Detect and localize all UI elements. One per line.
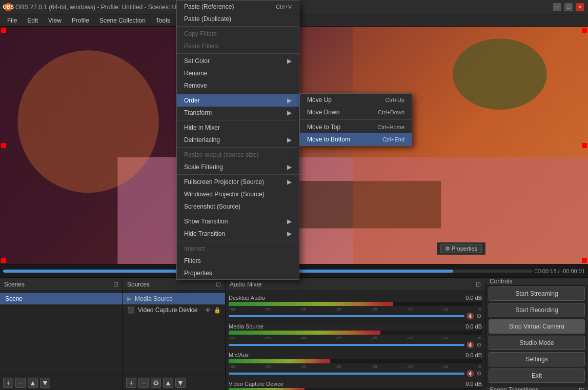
track-name-4: Video Capture Device: [229, 381, 283, 387]
audio-settings-1[interactable]: ⚙: [476, 313, 482, 320]
start-streaming-button[interactable]: Start Streaming: [489, 286, 585, 301]
source-add-button[interactable]: +: [126, 378, 136, 388]
close-button[interactable]: ✕: [576, 3, 584, 11]
mute-button-1[interactable]: 🔇: [467, 313, 474, 320]
track-name-3: Mic/Aux: [229, 352, 249, 358]
maximize-button[interactable]: □: [564, 3, 573, 11]
ctx-resize-output: Resize output (source size): [177, 149, 299, 161]
audio-meter-1: [229, 302, 482, 306]
exit-button[interactable]: Exit: [489, 368, 585, 383]
ctx-transform[interactable]: Transform ▶: [177, 107, 299, 119]
ctx-sep-2: [177, 53, 299, 54]
audio-title: Audio Mixer: [230, 281, 262, 288]
stop-virtual-camera-button[interactable]: Stop Virtual Camera: [489, 319, 585, 334]
properties-button[interactable]: ⚙ Properties: [440, 244, 482, 253]
controls-title: Controls: [490, 278, 513, 285]
menu-item-file[interactable]: File: [2, 14, 22, 26]
scene-add-button[interactable]: +: [3, 378, 13, 388]
ctx-fullscreen-projector[interactable]: Fullscreen Projector (Source) ▶: [177, 176, 299, 188]
menu-item-scene-collection[interactable]: Scene Collection: [94, 14, 151, 26]
audio-labels-3: -60-55-45-35-25-15-10-5: [229, 364, 482, 369]
settings-button[interactable]: Settings: [489, 352, 585, 366]
scene-transitions-expand[interactable]: ⊡: [579, 386, 584, 390]
ctx-windowed-projector[interactable]: Windowed Projector (Source): [177, 188, 299, 200]
ctx-show-transition[interactable]: Show Transition ▶: [177, 215, 299, 228]
source-item-media[interactable]: ▶ Media Source: [123, 293, 225, 304]
ctx-paste-filters[interactable]: Paste Filters: [177, 40, 299, 52]
ctx-paste-duplicate[interactable]: Paste (Duplicate): [177, 13, 299, 25]
properties-bar: ⚙ Properties: [437, 242, 485, 255]
scene-up-button[interactable]: ▲: [28, 378, 38, 388]
ctx-order[interactable]: Order ▶: [177, 94, 299, 107]
ctx-filters[interactable]: Filters: [177, 255, 299, 267]
sources-panel: Sources ⊡ ▶ Media Source ⬛ Video Capture…: [123, 278, 226, 390]
lock-icon[interactable]: 🔒: [214, 307, 221, 314]
source-settings-button[interactable]: ⚙: [151, 378, 161, 388]
ctx-copy-filters[interactable]: Copy Filters: [177, 28, 299, 40]
meter-fill-3: [229, 359, 330, 363]
ctx-move-down[interactable]: Move Down Ctrl+Down: [300, 106, 412, 118]
ctx-set-color[interactable]: Set Color ▶: [177, 55, 299, 67]
track-name-2: Media Source: [229, 323, 263, 330]
audio-track-media: Media Source 0.0 dB -60-55-45-35-25-15-1…: [226, 322, 485, 351]
studio-mode-button[interactable]: Studio Mode: [489, 336, 585, 350]
eye-icon[interactable]: 👁: [205, 307, 211, 313]
context-menu-main: Paste (Reference) Ctrl+V Paste (Duplicat…: [176, 0, 299, 280]
meter-fill-1: [229, 302, 393, 306]
ctx-hide-mixer[interactable]: Hide in Mixer: [177, 121, 299, 134]
ctx-sep-3: [177, 93, 299, 93]
ctx-properties[interactable]: Properties: [177, 267, 299, 279]
app-icon: OBS: [4, 3, 12, 11]
ctx-remove[interactable]: Remove: [177, 79, 299, 92]
source-remove-button[interactable]: −: [138, 378, 149, 388]
ctx-scale-filtering[interactable]: Scale Filtering ▶: [177, 161, 299, 173]
scene-item[interactable]: Scene: [0, 293, 123, 304]
audio-icon[interactable]: ⊡: [476, 281, 481, 288]
menu-item-tools[interactable]: Tools: [151, 14, 175, 26]
audio-labels-1: -60-55-45-35-25-15-10-5: [229, 307, 482, 312]
ctx-screenshot[interactable]: Screenshot (Source): [177, 200, 299, 213]
mute-button-2[interactable]: 🔇: [467, 341, 474, 348]
menu-item-view[interactable]: View: [43, 14, 67, 26]
audio-labels-2: -60-55-45-35-25-15-10-5: [229, 336, 482, 340]
audio-controls-3: 🔇 ⚙: [229, 370, 482, 377]
track-name-1: Desktop Audio: [229, 295, 265, 301]
source-up-button[interactable]: ▲: [163, 378, 173, 388]
ctx-move-to-bottom[interactable]: Move to Bottom Ctrl+End: [300, 133, 412, 146]
audio-track-mic: Mic/Aux 0.0 dB -60-55-45-35-25-15-10-5 🔇…: [226, 351, 485, 379]
sources-footer: + − ⚙ ▲ ▼: [123, 375, 225, 390]
audio-track-desktop: Desktop Audio 0.0 dB -60-55-45-35-25-15-…: [226, 293, 485, 322]
source-item-video[interactable]: ⬛ Video Capture Device 👁 🔒: [123, 304, 225, 316]
start-recording-button[interactable]: Start Recording: [489, 303, 585, 317]
ctx-paste-reference[interactable]: Paste (Reference) Ctrl+V: [177, 1, 299, 13]
sources-title: Sources: [127, 281, 150, 288]
sources-icon[interactable]: ⊡: [216, 281, 221, 288]
time-display: 00:00:18 / -00:00:01: [535, 268, 585, 274]
scenes-icon[interactable]: ⊡: [113, 281, 118, 288]
menu-item-profile[interactable]: Profile: [67, 14, 94, 26]
audio-slider-2[interactable]: [229, 344, 464, 346]
ctx-move-up[interactable]: Move Up Ctrl+Up: [300, 94, 412, 106]
video-source-icon: ⬛: [127, 306, 135, 314]
audio-slider-1[interactable]: [229, 315, 464, 317]
audio-tracks: Desktop Audio 0.0 dB -60-55-45-35-25-15-…: [226, 291, 485, 390]
audio-settings-2[interactable]: ⚙: [476, 341, 482, 348]
track-db-3: 0.0 dB: [465, 352, 482, 358]
ctx-rename[interactable]: Rename: [177, 67, 299, 79]
sources-list: ▶ Media Source ⬛ Video Capture Device 👁 …: [123, 291, 225, 375]
scene-remove-button[interactable]: −: [15, 378, 26, 388]
scene-transitions-title: Scene Transitions: [490, 386, 538, 390]
scene-down-button[interactable]: ▼: [40, 378, 50, 388]
mute-button-3[interactable]: 🔇: [467, 370, 474, 377]
context-menu-order: Move Up Ctrl+Up Move Down Ctrl+Down Move…: [299, 93, 412, 146]
ctx-sep-1: [177, 26, 299, 27]
source-down-button[interactable]: ▼: [175, 378, 186, 388]
ctx-deinterlacing[interactable]: Deinterlacing ▶: [177, 134, 299, 146]
audio-slider-3[interactable]: [229, 373, 464, 375]
minimize-button[interactable]: ─: [553, 3, 561, 11]
audio-settings-3[interactable]: ⚙: [476, 370, 482, 377]
ctx-move-to-top[interactable]: Move to Top Ctrl+Home: [300, 121, 412, 133]
track-db-1: 0.0 dB: [465, 295, 482, 301]
menu-item-edit[interactable]: Edit: [22, 14, 43, 26]
ctx-hide-transition[interactable]: Hide Transition ▶: [177, 228, 299, 240]
